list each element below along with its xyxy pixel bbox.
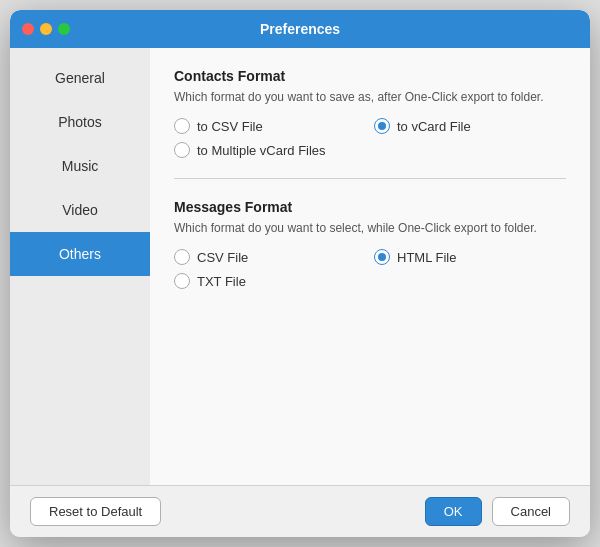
contacts-section-title: Contacts Format	[174, 68, 566, 84]
messages-radio-group: CSV File HTML File TXT File	[174, 249, 566, 289]
sidebar-item-music[interactable]: Music	[10, 144, 150, 188]
messages-section-title: Messages Format	[174, 199, 566, 215]
section-divider	[174, 178, 566, 179]
contacts-csv-option[interactable]: to CSV File	[174, 118, 374, 134]
contacts-vcard-option[interactable]: to vCard File	[374, 118, 574, 134]
contacts-radio-row-1: to CSV File to vCard File	[174, 118, 566, 134]
maximize-button[interactable]	[58, 23, 70, 35]
contacts-multivcard-radio[interactable]	[174, 142, 190, 158]
contacts-vcard-radio[interactable]	[374, 118, 390, 134]
sidebar-item-video[interactable]: Video	[10, 188, 150, 232]
messages-html-radio[interactable]	[374, 249, 390, 265]
cancel-button[interactable]: Cancel	[492, 497, 570, 526]
contacts-section-desc: Which format do you want to save as, aft…	[174, 90, 566, 104]
messages-section: Messages Format Which format do you want…	[174, 199, 566, 289]
preferences-window: Preferences General Photos Music Video O…	[10, 10, 590, 537]
sidebar: General Photos Music Video Others	[10, 48, 150, 485]
messages-html-option[interactable]: HTML File	[374, 249, 574, 265]
contacts-radio-group: to CSV File to vCard File to Multiple vC…	[174, 118, 566, 158]
main-panel: Contacts Format Which format do you want…	[150, 48, 590, 485]
minimize-button[interactable]	[40, 23, 52, 35]
sidebar-item-general[interactable]: General	[10, 56, 150, 100]
traffic-lights	[22, 23, 70, 35]
contacts-radio-row-2: to Multiple vCard Files	[174, 142, 566, 158]
messages-radio-row-2: TXT File	[174, 273, 566, 289]
messages-section-desc: Which format do you want to select, whil…	[174, 221, 566, 235]
messages-radio-row-1: CSV File HTML File	[174, 249, 566, 265]
footer: Reset to Default OK Cancel	[10, 485, 590, 537]
messages-csv-option[interactable]: CSV File	[174, 249, 374, 265]
titlebar: Preferences	[10, 10, 590, 48]
messages-csv-radio[interactable]	[174, 249, 190, 265]
close-button[interactable]	[22, 23, 34, 35]
window-title: Preferences	[260, 21, 340, 37]
footer-right: OK Cancel	[425, 497, 570, 526]
reset-button[interactable]: Reset to Default	[30, 497, 161, 526]
messages-txt-option[interactable]: TXT File	[174, 273, 374, 289]
contacts-csv-radio[interactable]	[174, 118, 190, 134]
ok-button[interactable]: OK	[425, 497, 482, 526]
content-area: General Photos Music Video Others Contac…	[10, 48, 590, 485]
contacts-section: Contacts Format Which format do you want…	[174, 68, 566, 158]
sidebar-item-photos[interactable]: Photos	[10, 100, 150, 144]
contacts-multivcard-option[interactable]: to Multiple vCard Files	[174, 142, 374, 158]
sidebar-item-others[interactable]: Others	[10, 232, 150, 276]
messages-txt-radio[interactable]	[174, 273, 190, 289]
